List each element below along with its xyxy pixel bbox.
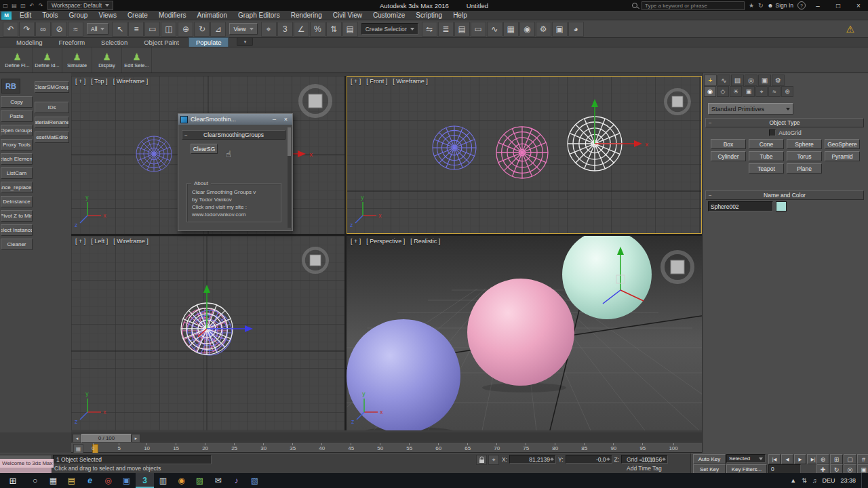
transport-button[interactable]: ◀ [781,454,793,464]
script-button[interactable]: ListCam [1,167,33,179]
toolbar-icon[interactable]: ↖ [112,22,127,37]
clock[interactable]: 23:38 [840,477,856,484]
toolbar-icon[interactable]: % [310,22,326,37]
taskbar-app-icon[interactable]: ▥ [154,473,172,488]
quick-access-icon[interactable]: ▤ [10,1,18,9]
viewport-menu[interactable]: [ + ] [351,238,361,245]
script-button[interactable]: esetMatEdito [35,131,69,143]
script-button[interactable]: DeInstance [1,196,33,207]
toolbar-icon[interactable]: ≈ [68,22,83,37]
workspace-dropdown[interactable]: Workspace: Default [47,1,113,10]
y-coordinate-field[interactable]: -0,0 [566,455,612,464]
volume-icon[interactable]: ♫ [812,477,817,484]
named-selection-set-dropdown[interactable]: Create Selection Se [361,23,418,35]
command-panel-tab-icon[interactable]: ▣ [758,75,771,86]
primitive-button[interactable]: Tube [749,151,784,161]
menu-item[interactable]: Views [93,12,122,19]
object-name-field[interactable]: Sphere002 [708,201,773,211]
sphere-object[interactable] [136,136,172,171]
dialog-minimize-button[interactable]: – [270,116,279,123]
category-icon[interactable]: ◉ [704,86,716,97]
sphere-object-purple[interactable] [347,319,460,430]
script-button[interactable]: Copy [1,96,33,108]
viewport-canvas-front[interactable]: x [347,76,702,234]
auto-key-button[interactable]: Auto Key [693,454,726,464]
viewport-shading[interactable]: [ Wireframe ] [393,78,428,85]
menu-item[interactable]: Customize [368,12,410,19]
command-panel-tab-icon[interactable]: ◎ [745,75,757,86]
viewport-canvas-perspective[interactable] [347,236,702,430]
script-button[interactable]: ClearSMGroup [35,81,69,93]
name-color-rollout[interactable]: − Name and Color [705,190,864,200]
show-desktop-button[interactable] [861,473,865,488]
toolbar-icon[interactable]: ▣ [552,22,568,37]
toolbar-icon[interactable]: ⇋ [422,22,437,37]
website-link[interactable]: www.todorvankov.com [187,211,281,218]
dialog-close-button[interactable]: × [281,116,290,123]
script-button[interactable]: Paste [1,110,33,122]
ribbon-tool-button[interactable]: ♟ Edit Sele... [122,47,152,73]
command-panel-tab-icon[interactable]: ∿ [717,75,730,86]
menu-item[interactable]: Graph Editors [233,12,285,19]
ribbon-tab[interactable]: Selection [94,38,134,47]
primitive-button[interactable]: Pyramid [825,151,860,161]
sphere-object[interactable] [496,127,548,178]
ribbon-tab[interactable]: Modeling [9,38,50,47]
time-slider-thumb[interactable]: 0 / 100 [81,434,132,443]
script-button[interactable]: Open Groups [1,125,33,136]
previous-frame-arrow[interactable]: ◄ [73,434,81,443]
toolbar-icon[interactable]: ▭ [471,22,486,37]
toolbar-icon[interactable]: ◫ [161,22,176,37]
toolbar-icon[interactable]: ≡ [128,22,144,37]
script-button[interactable]: Cleaner [1,239,33,250]
viewport-front[interactable]: x [ + ] [ Front ] [ Wireframe ] [347,76,702,234]
ribbon-tab[interactable]: Object Paint [137,38,186,47]
viewport-shading[interactable]: [ Wireframe ] [113,238,149,245]
viewport-name[interactable]: [ Left ] [91,238,108,245]
category-icon[interactable]: ▣ [743,86,755,97]
primitive-button[interactable]: Torus [787,151,822,161]
time-slider[interactable]: ◄ 0 / 100 ► [71,432,702,443]
selection-lock-icon[interactable] [476,455,487,465]
taskbar-app-icon[interactable]: ✉ [209,473,227,488]
track-bar[interactable]: ▦ 05101520253035404550556065707580859095… [71,443,702,453]
ribbon-tool-button[interactable]: ♟ Define Fl... [3,47,33,73]
toolbar-icon[interactable]: ⊿ [210,22,226,37]
menu-item[interactable]: Scripting [410,12,448,19]
welcome-window-title[interactable]: Welcome to 3ds Max [0,459,54,468]
primitive-button[interactable]: GeoSphere [825,139,860,149]
toolbar-icon[interactable]: ↻ [194,22,210,37]
category-icon[interactable]: ⌖ [755,86,768,97]
viewport-shading[interactable]: [ Wireframe ] [113,78,149,85]
viewport-nav-icon[interactable]: ▢ [844,454,856,464]
toolbar-icon[interactable]: ∠ [294,22,309,37]
primitive-category-dropdown[interactable]: Standard Primitives [708,103,793,115]
toolbar-icon[interactable]: ▦ [503,22,519,37]
toolbar-icon[interactable]: ▭ [144,22,160,37]
x-coordinate-field[interactable]: 81,2139 [509,455,556,464]
menu-item[interactable]: Edit [14,12,37,19]
network-icon[interactable]: ⇅ [802,477,807,484]
toolbar-icon[interactable]: ↷ [19,22,35,37]
trackbar-toggle-icon[interactable]: ▦ [73,444,83,453]
script-button[interactable]: etach Element [1,153,33,165]
rollout-header[interactable]: − ClearSmoothingGroups [182,130,285,140]
category-icon[interactable]: ⊛ [781,86,793,97]
toolbar-icon[interactable]: ∿ [487,22,502,37]
viewport-shading[interactable]: [ Realistic ] [410,238,440,245]
sync-icon[interactable]: ↻ [758,2,764,9]
toolbar-icon[interactable]: ∞ [35,22,51,37]
command-panel-tab-icon[interactable]: ▤ [731,75,744,86]
max-logo[interactable]: M [1,12,12,20]
menu-item[interactable]: Create [122,12,153,19]
object-type-rollout[interactable]: − Object Type [705,118,864,127]
quick-access-icon[interactable]: ◫ [19,1,27,9]
toolbar-icon[interactable]: ◉ [519,22,535,37]
viewport-name[interactable]: [ Perspective ] [366,238,405,245]
selection-filter-dropdown[interactable]: All [87,23,108,35]
ribbon-tab[interactable]: Freeform [52,38,92,47]
taskbar-app-icon[interactable]: e [81,473,99,488]
menu-item[interactable]: Group [64,12,94,19]
absolute-mode-icon[interactable]: ⌖ [488,455,499,465]
primitive-button[interactable]: Plane [787,163,822,174]
